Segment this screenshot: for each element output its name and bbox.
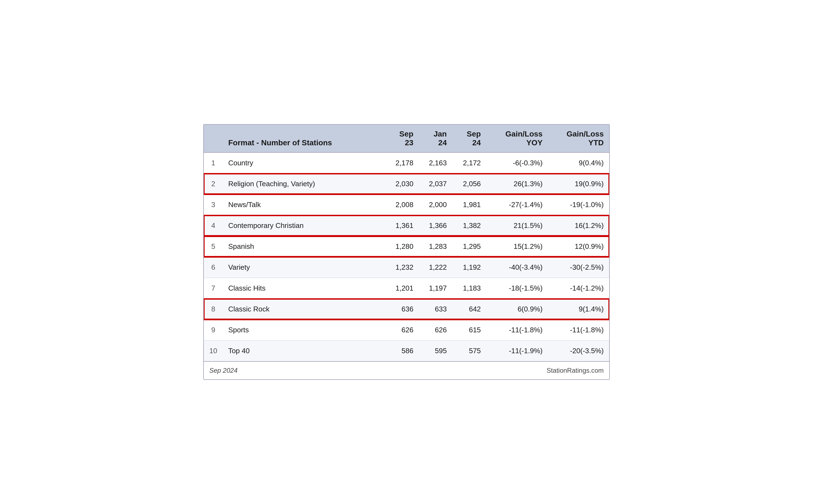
row-jan24: 2,000 [419,194,452,215]
row-num: 6 [204,257,223,278]
row-gain-ytd: -20(-3.5%) [548,341,609,362]
row-sep23: 1,232 [385,257,419,278]
row-gain-yoy: -18(-1.5%) [486,278,548,299]
row-gain-yoy: 26(1.3%) [486,174,548,194]
table-row: 5Spanish1,2801,2831,29515(1.2%)12(0.9%) [204,236,609,257]
table-row: 3News/Talk2,0082,0001,981-27(-1.4%)-19(-… [204,194,609,215]
row-jan24: 1,283 [419,236,452,257]
row-sep23: 2,178 [385,152,419,174]
table-row: 1Country2,1782,1632,172-6(-0.3%)9(0.4%) [204,152,609,174]
row-format: Sports [223,320,385,341]
table-row: 8Classic Rock6366336426(0.9%)9(1.4%) [204,299,609,320]
row-gain-yoy: -6(-0.3%) [486,152,548,174]
row-format: Top 40 [223,341,385,362]
row-sep24: 1,183 [452,278,486,299]
table-row: 6Variety1,2321,2221,192-40(-3.4%)-30(-2.… [204,257,609,278]
row-num: 5 [204,236,223,257]
main-table-wrapper: Format - Number of Stations Sep 23 Jan 2… [203,124,610,380]
row-format: Classic Rock [223,299,385,320]
row-gain-ytd: -14(-1.2%) [548,278,609,299]
row-num: 7 [204,278,223,299]
row-sep23: 586 [385,341,419,362]
row-sep24: 1,192 [452,257,486,278]
row-sep24: 2,172 [452,152,486,174]
row-gain-ytd: 12(0.9%) [548,236,609,257]
row-num: 2 [204,174,223,194]
row-sep23: 1,201 [385,278,419,299]
table-row: 4Contemporary Christian1,3611,3661,38221… [204,215,609,236]
col-header-jan24: Jan 24 [419,125,452,152]
row-jan24: 2,037 [419,174,452,194]
row-sep24: 1,981 [452,194,486,215]
row-sep23: 626 [385,320,419,341]
row-sep23: 636 [385,299,419,320]
row-format: News/Talk [223,194,385,215]
row-format: Country [223,152,385,174]
row-sep24: 642 [452,299,486,320]
col-header-sep23: Sep 23 [385,125,419,152]
row-jan24: 2,163 [419,152,452,174]
row-gain-yoy: -11(-1.8%) [486,320,548,341]
row-num: 9 [204,320,223,341]
footer-date: Sep 2024 [204,361,486,379]
table-row: 9Sports626626615-11(-1.8%)-11(-1.8%) [204,320,609,341]
row-jan24: 1,197 [419,278,452,299]
col-header-format: Format - Number of Stations [223,125,385,152]
row-jan24: 595 [419,341,452,362]
row-num: 1 [204,152,223,174]
row-num: 4 [204,215,223,236]
row-gain-yoy: 6(0.9%) [486,299,548,320]
row-gain-ytd: 19(0.9%) [548,174,609,194]
row-gain-yoy: -27(-1.4%) [486,194,548,215]
row-format: Variety [223,257,385,278]
row-jan24: 626 [419,320,452,341]
row-sep24: 1,295 [452,236,486,257]
row-num: 8 [204,299,223,320]
col-header-num [204,125,223,152]
table-row: 10Top 40586595575-11(-1.9%)-20(-3.5%) [204,341,609,362]
row-gain-ytd: 9(1.4%) [548,299,609,320]
row-sep24: 615 [452,320,486,341]
row-sep24: 575 [452,341,486,362]
row-jan24: 1,366 [419,215,452,236]
row-format: Spanish [223,236,385,257]
row-jan24: 1,222 [419,257,452,278]
row-sep23: 2,030 [385,174,419,194]
table-row: 7Classic Hits1,2011,1971,183-18(-1.5%)-1… [204,278,609,299]
table-header-row: Format - Number of Stations Sep 23 Jan 2… [204,125,609,152]
row-gain-ytd: 16(1.2%) [548,215,609,236]
row-gain-ytd: -19(-1.0%) [548,194,609,215]
row-format: Contemporary Christian [223,215,385,236]
col-header-gain-ytd: Gain/Loss YTD [548,125,609,152]
row-sep23: 1,361 [385,215,419,236]
table-footer-row: Sep 2024 StationRatings.com [204,361,609,379]
row-sep23: 1,280 [385,236,419,257]
row-jan24: 633 [419,299,452,320]
col-header-sep24: Sep 24 [452,125,486,152]
row-gain-yoy: 15(1.2%) [486,236,548,257]
row-sep23: 2,008 [385,194,419,215]
stations-table: Format - Number of Stations Sep 23 Jan 2… [204,125,609,379]
row-format: Religion (Teaching, Variety) [223,174,385,194]
row-format: Classic Hits [223,278,385,299]
table-row: 2Religion (Teaching, Variety)2,0302,0372… [204,174,609,194]
row-num: 10 [204,341,223,362]
row-gain-ytd: 9(0.4%) [548,152,609,174]
row-gain-yoy: 21(1.5%) [486,215,548,236]
row-gain-ytd: -11(-1.8%) [548,320,609,341]
footer-source: StationRatings.com [486,361,609,379]
row-sep24: 2,056 [452,174,486,194]
row-num: 3 [204,194,223,215]
row-gain-yoy: -40(-3.4%) [486,257,548,278]
row-sep24: 1,382 [452,215,486,236]
col-header-gain-yoy: Gain/Loss YOY [486,125,548,152]
row-gain-ytd: -30(-2.5%) [548,257,609,278]
row-gain-yoy: -11(-1.9%) [486,341,548,362]
